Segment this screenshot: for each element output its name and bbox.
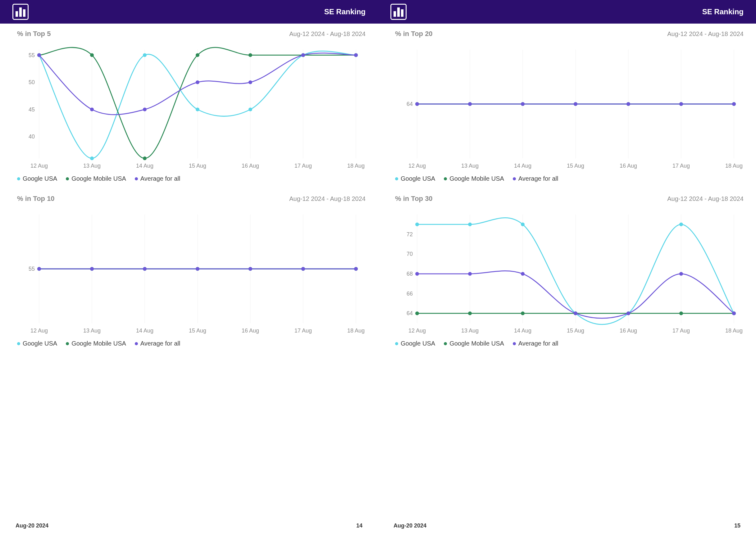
svg-text:16 Aug: 16 Aug (620, 328, 637, 334)
svg-point-74 (354, 267, 358, 271)
legend-marker-icon (17, 177, 20, 180)
legend-item: Google USA (395, 175, 435, 182)
brand-name: SE Ranking (702, 8, 743, 16)
legend-label: Google Mobile USA (449, 340, 504, 347)
svg-point-137 (415, 311, 419, 315)
legend-label: Average for all (140, 175, 180, 182)
svg-text:15 Aug: 15 Aug (189, 163, 206, 169)
svg-point-132 (521, 223, 525, 226)
chart-legend: Google USA Google Mobile USA Average for… (17, 175, 365, 182)
legend-label: Google USA (401, 340, 435, 347)
legend-item: Average for all (135, 340, 180, 347)
svg-text:17 Aug: 17 Aug (294, 328, 312, 334)
svg-point-150 (732, 311, 736, 315)
svg-text:66: 66 (407, 291, 413, 297)
legend-item: Average for all (135, 175, 180, 182)
legend-item: Google USA (17, 175, 57, 182)
page-right-footer: Aug-20 2024 15 (378, 522, 756, 529)
legend-item: Google Mobile USA (66, 340, 126, 347)
svg-text:64: 64 (407, 310, 413, 316)
svg-text:17 Aug: 17 Aug (672, 163, 690, 169)
svg-text:15 Aug: 15 Aug (567, 163, 584, 169)
svg-point-107 (574, 102, 578, 106)
svg-point-149 (679, 272, 683, 276)
svg-point-144 (415, 272, 419, 276)
page-left-content: % in Top 5 Aug-12 2024 - Aug-18 2024 12 … (0, 24, 378, 534)
svg-text:50: 50 (29, 79, 35, 85)
chart-plot-area: 12 Aug13 Aug14 Aug15 Aug16 Aug17 Aug18 A… (17, 43, 365, 171)
legend-item: Google USA (395, 340, 435, 347)
legend-label: Google USA (401, 175, 435, 182)
svg-point-34 (143, 108, 147, 112)
page-left-footer: Aug-20 2024 14 (0, 522, 378, 529)
svg-text:16 Aug: 16 Aug (242, 328, 259, 334)
svg-text:13 Aug: 13 Aug (461, 163, 479, 169)
brand-logo-icon (391, 4, 407, 20)
svg-point-148 (627, 311, 630, 315)
report-header: SE Ranking (378, 0, 756, 24)
svg-point-142 (679, 311, 683, 315)
legend-marker-icon (444, 342, 447, 345)
svg-text:15 Aug: 15 Aug (567, 328, 584, 334)
legend-marker-icon (513, 342, 516, 345)
svg-point-147 (574, 311, 578, 315)
legend-marker-icon (135, 177, 138, 180)
page-number: 14 (356, 522, 363, 529)
svg-point-32 (37, 53, 41, 57)
svg-text:70: 70 (407, 251, 413, 257)
svg-text:55: 55 (29, 52, 35, 58)
chart-legend: Google USA Google Mobile USA Average for… (395, 340, 743, 347)
legend-marker-icon (395, 177, 398, 180)
svg-point-145 (468, 272, 472, 276)
svg-point-70 (143, 267, 147, 271)
legend-marker-icon (444, 177, 447, 180)
page-right: SE Ranking % in Top 20 Aug-12 2024 - Aug… (378, 0, 756, 534)
svg-text:14 Aug: 14 Aug (136, 163, 153, 169)
svg-text:12 Aug: 12 Aug (30, 328, 48, 334)
chart-block-top20: % in Top 20 Aug-12 2024 - Aug-18 2024 12… (378, 24, 756, 188)
chart-block-top5: % in Top 5 Aug-12 2024 - Aug-18 2024 12 … (0, 24, 378, 188)
chart-date-range: Aug-12 2024 - Aug-18 2024 (289, 30, 365, 38)
chart-legend: Google USA Google Mobile USA Average for… (395, 175, 743, 182)
svg-text:12 Aug: 12 Aug (30, 163, 48, 169)
chart-title: % in Top 5 (17, 30, 51, 38)
page-number: 15 (734, 522, 741, 529)
legend-marker-icon (395, 342, 398, 345)
legend-marker-icon (513, 177, 516, 180)
svg-point-108 (627, 102, 630, 106)
svg-text:12 Aug: 12 Aug (408, 163, 426, 169)
svg-point-139 (521, 311, 525, 315)
svg-text:12 Aug: 12 Aug (408, 328, 426, 334)
brand-logo-icon (13, 4, 29, 20)
svg-point-37 (301, 53, 305, 57)
svg-point-104 (415, 102, 419, 106)
svg-text:18 Aug: 18 Aug (347, 163, 364, 169)
footer-date: Aug-20 2024 (393, 522, 426, 529)
chart-plot-area: 12 Aug13 Aug14 Aug15 Aug16 Aug17 Aug18 A… (395, 208, 743, 335)
svg-point-19 (90, 156, 94, 160)
svg-point-73 (301, 267, 305, 271)
svg-text:18 Aug: 18 Aug (725, 328, 742, 334)
svg-text:45: 45 (29, 106, 35, 113)
svg-text:18 Aug: 18 Aug (725, 163, 742, 169)
svg-point-135 (679, 223, 683, 226)
svg-point-28 (196, 53, 200, 57)
svg-point-38 (354, 53, 358, 57)
svg-text:18 Aug: 18 Aug (347, 328, 364, 334)
svg-text:14 Aug: 14 Aug (136, 328, 153, 334)
chart-legend: Google USA Google Mobile USA Average for… (17, 340, 365, 347)
legend-marker-icon (66, 177, 69, 180)
chart-title: % in Top 10 (17, 195, 55, 203)
chart-title: % in Top 30 (395, 195, 433, 203)
svg-text:13 Aug: 13 Aug (461, 328, 479, 334)
report-header: SE Ranking (0, 0, 378, 24)
legend-item: Google Mobile USA (444, 175, 504, 182)
legend-item: Average for all (513, 175, 558, 182)
svg-point-105 (468, 102, 472, 106)
svg-point-106 (521, 102, 525, 106)
svg-point-27 (143, 156, 147, 160)
legend-label: Google USA (23, 175, 57, 182)
svg-text:15 Aug: 15 Aug (189, 328, 206, 334)
legend-item: Average for all (513, 340, 558, 347)
legend-marker-icon (17, 342, 20, 345)
